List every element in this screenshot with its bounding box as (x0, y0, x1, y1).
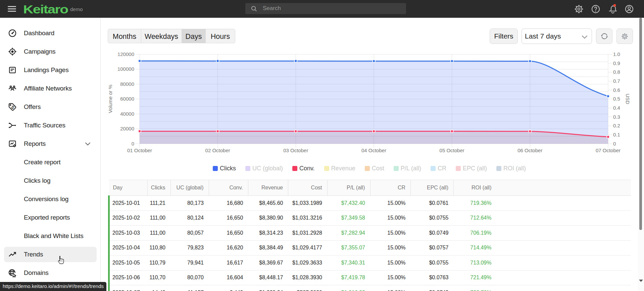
svg-text:20000: 20000 (120, 126, 134, 131)
svg-text:Volume or %: Volume or % (107, 84, 113, 113)
svg-text:0.2: 0.2 (613, 123, 620, 128)
svg-text:0.8: 0.8 (613, 69, 620, 75)
svg-text:0.1: 0.1 (613, 132, 620, 137)
svg-text:0.5: 0.5 (613, 96, 620, 102)
svg-text:0: 0 (132, 141, 134, 147)
svg-text:1.0: 1.0 (613, 51, 620, 57)
svg-text:06 October: 06 October (517, 148, 542, 153)
svg-text:03 October: 03 October (283, 148, 308, 153)
svg-text:05 October: 05 October (440, 148, 464, 153)
svg-text:04 October: 04 October (361, 148, 386, 153)
svg-text:07 October: 07 October (596, 148, 621, 153)
svg-text:02 October: 02 October (205, 148, 230, 153)
svg-text:0.9: 0.9 (613, 60, 620, 66)
svg-text:0.4: 0.4 (613, 105, 620, 111)
svg-text:120000: 120000 (117, 51, 134, 57)
svg-text:0: 0 (613, 141, 616, 147)
svg-text:60000: 60000 (120, 96, 134, 102)
svg-text:USD: USD (625, 94, 631, 104)
svg-text:80000: 80000 (120, 81, 134, 87)
svg-text:0.7: 0.7 (613, 78, 620, 84)
svg-text:0.6: 0.6 (613, 87, 620, 93)
svg-text:0.3: 0.3 (613, 114, 620, 120)
svg-text:40000: 40000 (120, 111, 134, 117)
svg-text:01 October: 01 October (127, 148, 152, 153)
svg-text:100000: 100000 (117, 66, 134, 72)
